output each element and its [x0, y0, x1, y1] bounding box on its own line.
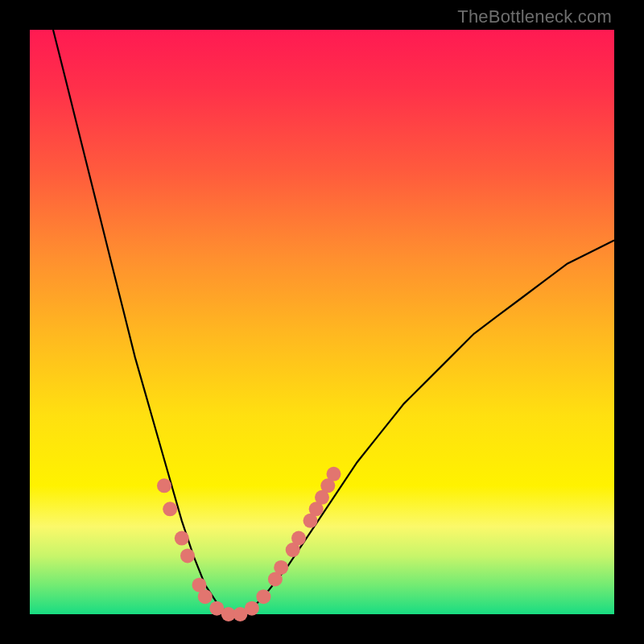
curve-marker	[327, 467, 341, 481]
curve-marker	[180, 548, 195, 563]
curve-marker	[163, 502, 177, 516]
curve-marker	[256, 589, 270, 604]
watermark-text: TheBottleneck.com	[457, 6, 612, 27]
curve-marker	[157, 478, 171, 493]
curve-marker	[245, 601, 259, 616]
curve-marker	[291, 531, 306, 546]
curve-marker	[175, 531, 189, 546]
bottleneck-curve	[53, 30, 614, 614]
chart-overlay	[30, 30, 614, 614]
curve-marker	[198, 589, 213, 604]
curve-markers	[157, 467, 341, 621]
curve-marker	[274, 560, 288, 575]
chart-stage: TheBottleneck.com	[0, 0, 644, 644]
